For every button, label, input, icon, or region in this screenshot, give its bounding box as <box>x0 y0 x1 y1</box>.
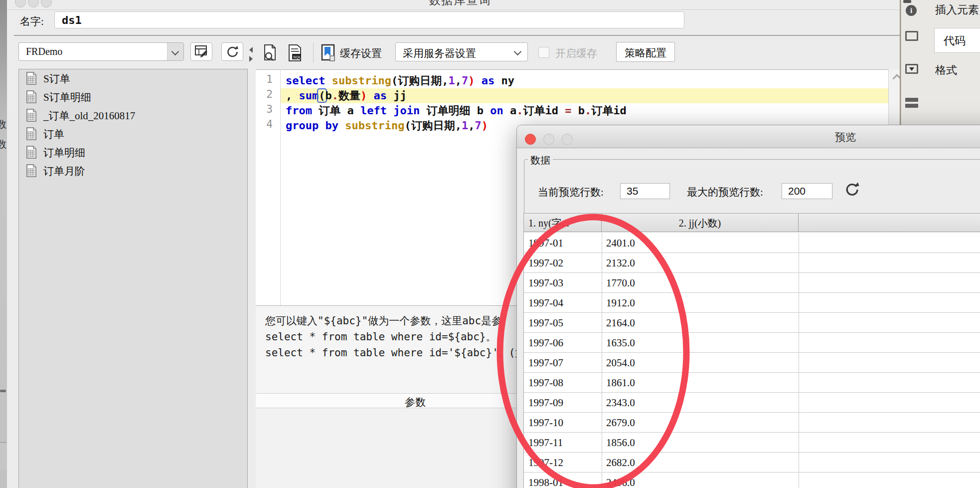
table-row[interactable]: 1997-102679.0 <box>524 413 980 433</box>
line-number: 1 <box>256 73 275 88</box>
table-list-item[interactable]: 订单月阶 <box>19 162 247 180</box>
table-name: 订单 <box>43 128 64 140</box>
block-element-icon[interactable] <box>905 31 918 41</box>
table-row[interactable]: 1997-041912.0 <box>524 293 980 313</box>
table-row[interactable]: 1997-092343.0 <box>524 393 980 413</box>
table-row[interactable]: 1997-012401.0 <box>524 233 980 253</box>
svg-text:SQL: SQL <box>293 55 302 59</box>
close-button[interactable] <box>15 0 26 7</box>
cell-ny: 1998-01 <box>524 473 602 488</box>
name-label: 名字: <box>20 14 44 28</box>
table-row[interactable]: 1997-052164.0 <box>524 313 980 333</box>
zoom-button[interactable] <box>41 0 52 7</box>
table-list: S订单S订单明细_订单_old_20160817订单订单明细订单月阶 <box>18 69 248 488</box>
table-doc-icon <box>26 164 37 178</box>
widget-dropdown-icon[interactable] <box>905 64 918 74</box>
code-line[interactable]: select substring(订购日期,1,7) as ny <box>281 73 888 88</box>
table-row[interactable]: 1997-061635.0 <box>524 333 980 353</box>
preview-sql-button[interactable] <box>263 44 278 64</box>
cell-ny: 1997-05 <box>524 313 602 332</box>
save-template-button[interactable] <box>321 43 336 64</box>
cell-jj: 2401.0 <box>602 233 799 252</box>
minimize-button[interactable] <box>28 0 39 7</box>
table-row[interactable]: 1997-122682.0 <box>524 453 980 473</box>
cell-ny: 1997-03 <box>524 273 602 292</box>
column-header-ny[interactable]: 1. ny(字... <box>524 214 602 232</box>
preview-dialog: 预览 数据 当前预览行数: 最大的预览行数: 1. ny(字... 2. jj(… <box>516 125 980 488</box>
cell-jj: 2496.0 <box>602 473 799 488</box>
partial-text: 数 <box>0 138 6 151</box>
max-rows-input[interactable] <box>782 183 832 199</box>
code-line[interactable]: , sum(b.数量) as jj <box>281 88 888 103</box>
insert-element-label: 插入元素 <box>935 2 979 17</box>
current-rows-input[interactable] <box>620 183 670 199</box>
cell-jj: 2132.0 <box>602 253 799 272</box>
dataset-name-input[interactable] <box>54 11 684 28</box>
grid-line <box>799 233 799 488</box>
background-window-strip: 数 数 <box>0 0 7 488</box>
table-row[interactable]: 1997-072054.0 <box>524 353 980 373</box>
table-header-row[interactable]: 1. ny(字... 2. jj(小数) <box>524 214 980 232</box>
code-line[interactable]: from 订单 a left join 订单明细 b on a.订单id = b… <box>281 103 888 118</box>
line-number-gutter: 1234 <box>256 73 275 133</box>
table-list-item[interactable]: S订单 <box>19 69 247 88</box>
cell-jj: 2682.0 <box>602 453 799 472</box>
table-name: _订单_old_20160817 <box>43 110 135 122</box>
table-doc-icon <box>26 109 37 122</box>
tab-format[interactable]: 格式 <box>935 63 957 78</box>
chevron-down-icon[interactable] <box>167 43 183 60</box>
column-header-empty <box>799 214 980 232</box>
cache-mode-value: 采用服务器设置 <box>403 46 476 60</box>
edit-sql-button[interactable] <box>190 42 212 61</box>
table-list-item[interactable]: S订单明细 <box>19 88 247 106</box>
cell-jj: 2164.0 <box>602 313 799 332</box>
refresh-icon <box>226 45 239 58</box>
sql-code[interactable]: select substring(订购日期,1,7) as ny, sum(b.… <box>281 73 888 133</box>
info-icon[interactable]: i <box>906 5 917 16</box>
preview-titlebar[interactable]: 预览 <box>517 125 980 148</box>
toolbar-separator <box>313 43 314 63</box>
table-row[interactable]: 1997-031770.0 <box>524 273 980 293</box>
table-name: 订单月阶 <box>43 165 85 177</box>
refresh-tables-button[interactable] <box>221 42 243 61</box>
enable-cache-label: 开启缓存 <box>555 46 597 60</box>
partial-widget <box>0 442 7 470</box>
document-search-icon <box>263 44 278 62</box>
document-sql-icon: SQL <box>287 44 303 62</box>
view-sql-button[interactable]: SQL <box>287 44 303 64</box>
table-name: S订单 <box>43 73 70 85</box>
table-doc-icon <box>26 72 37 85</box>
partial-widget <box>0 390 6 392</box>
cache-mode-select[interactable]: 采用服务器设置 <box>395 42 528 61</box>
cell-jj: 1635.0 <box>602 333 799 352</box>
connection-select[interactable]: FRDemo <box>18 42 184 61</box>
tab-code[interactable]: 代码 <box>934 28 980 53</box>
cell-ny: 1997-11 <box>524 433 602 452</box>
table-row[interactable]: 1997-022132.0 <box>524 253 980 273</box>
cache-settings-label: 缓存设置 <box>340 46 382 60</box>
cell-jj: 1770.0 <box>602 273 799 292</box>
table-list-item[interactable]: 订单 <box>19 125 247 143</box>
max-rows-label: 最大的预览行数: <box>687 185 763 199</box>
collapse-right-icon[interactable] <box>249 56 253 62</box>
refresh-preview-icon[interactable] <box>844 182 859 197</box>
enable-cache-checkbox[interactable] <box>538 47 549 58</box>
cell-ny: 1997-09 <box>524 393 602 412</box>
cell-jj: 1912.0 <box>602 293 799 312</box>
blue-bookmark-icon <box>321 43 336 62</box>
table-row[interactable]: 1997-081861.0 <box>524 373 980 393</box>
table-list-item[interactable]: _订单_old_20160817 <box>19 106 247 125</box>
collapse-left-icon[interactable] <box>249 47 253 53</box>
cell-jj: 1861.0 <box>602 373 799 392</box>
screenshot-stage: 数 数 数据库查询 名字: FRDemo <box>0 0 980 488</box>
table-row[interactable]: 1998-012496.0 <box>524 473 980 488</box>
table-row[interactable]: 1997-111856.0 <box>524 433 980 453</box>
table-edit-icon <box>194 45 208 58</box>
column-header-jj[interactable]: 2. jj(小数) <box>602 214 799 232</box>
table-doc-icon <box>26 146 37 159</box>
table-list-item[interactable]: 订单明细 <box>19 143 247 162</box>
strategy-config-button[interactable]: 策略配置 <box>616 42 675 62</box>
cell-ny: 1997-04 <box>524 293 602 312</box>
bars-icon[interactable] <box>905 98 918 102</box>
table-doc-icon <box>26 90 37 104</box>
